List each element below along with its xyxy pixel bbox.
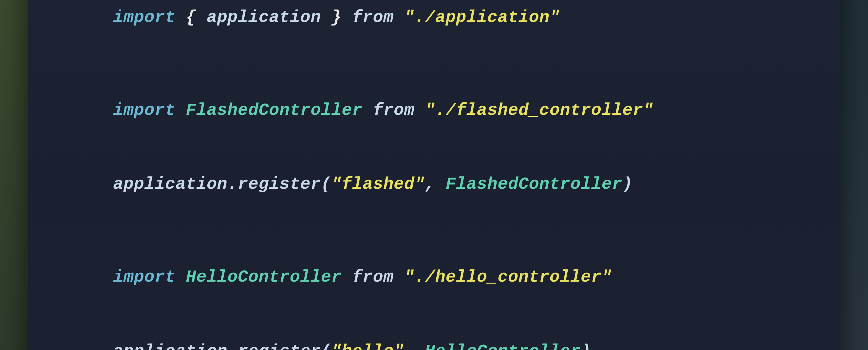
- application-path: "./application": [404, 8, 560, 27]
- application-obj-2: application: [113, 342, 227, 350]
- hello-path: "./hello_controller": [404, 268, 612, 287]
- import-keyword: import: [113, 8, 175, 27]
- register-flashed-line: application.register("flashed", FlashedC…: [51, 147, 817, 221]
- close-paren-1: ): [622, 175, 633, 194]
- code-editor: // This file is auto-generated by ./bin/…: [28, 0, 840, 350]
- import-space: [176, 8, 186, 27]
- flashed-path: "./flashed_controller": [425, 101, 653, 120]
- hello-controller-ref: HelloController: [425, 342, 581, 350]
- from-keyword-3: from: [342, 268, 404, 287]
- import-keyword-2: import: [113, 101, 186, 120]
- register-method-2: .register(: [227, 342, 331, 350]
- blank-line-2: [51, 55, 817, 74]
- application-obj-1: application: [113, 175, 227, 194]
- flashed-controller-class: FlashedController: [186, 101, 362, 120]
- from-keyword: from: [342, 8, 404, 27]
- hello-controller-class: HelloController: [186, 268, 342, 287]
- register-method-1: .register(: [227, 175, 331, 194]
- import-application-line: import { application } from "./applicati…: [51, 0, 817, 55]
- flashed-controller-ref: FlashedController: [446, 175, 622, 194]
- import-flashed-line: import FlashedController from "./flashed…: [51, 74, 817, 147]
- close-brace: }: [321, 8, 342, 27]
- code-content: // This file is auto-generated by ./bin/…: [51, 0, 817, 350]
- comma-2: ,: [404, 342, 425, 350]
- application-name: application: [207, 8, 321, 27]
- flashed-string: "flashed": [332, 175, 425, 194]
- hello-string: "hello": [332, 342, 404, 350]
- close-paren-2: ): [581, 342, 591, 350]
- from-keyword-2: from: [363, 101, 425, 120]
- comma-1: ,: [425, 175, 445, 194]
- import-hello-line: import HelloController from "./hello_con…: [51, 240, 817, 314]
- import-keyword-3: import: [113, 268, 186, 287]
- blank-line-3: [51, 221, 817, 240]
- open-brace: {: [186, 8, 206, 27]
- register-hello-line: application.register("hello", HelloContr…: [51, 314, 817, 350]
